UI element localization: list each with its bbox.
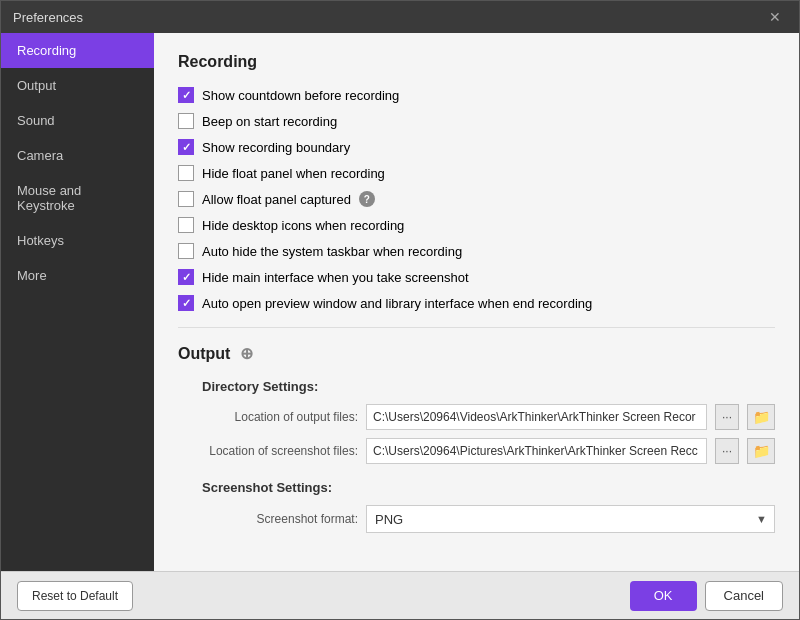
checkbox-label-9: Auto open preview window and library int… — [202, 296, 592, 311]
output-title: Output ⊕ — [178, 344, 775, 363]
preferences-window: Preferences ✕ Recording Output Sound Cam… — [0, 0, 800, 620]
output-path-label: Location of output files: — [178, 410, 358, 424]
sidebar-item-output[interactable]: Output — [1, 68, 154, 103]
sidebar-item-hotkeys[interactable]: Hotkeys — [1, 223, 154, 258]
checkbox-row-7: Auto hide the system taskbar when record… — [178, 243, 775, 259]
window-title: Preferences — [13, 10, 83, 25]
sidebar-item-mouse-keystroke[interactable]: Mouse and Keystroke — [1, 173, 154, 223]
output-path-value[interactable]: C:\Users\20964\Videos\ArkThinker\ArkThin… — [366, 404, 707, 430]
checkbox-3[interactable] — [178, 139, 194, 155]
checkbox-4[interactable] — [178, 165, 194, 181]
format-label: Screenshot format: — [178, 512, 358, 526]
screenshot-settings-title: Screenshot Settings: — [202, 480, 775, 495]
checkbox-row-8: Hide main interface when you take screen… — [178, 269, 775, 285]
sidebar-item-camera[interactable]: Camera — [1, 138, 154, 173]
checkbox-row-3: Show recording boundary — [178, 139, 775, 155]
ok-button[interactable]: OK — [630, 581, 697, 611]
checkbox-label-5: Allow float panel captured — [202, 192, 351, 207]
divider — [178, 327, 775, 328]
screenshot-settings: Screenshot Settings: Screenshot format: … — [178, 480, 775, 533]
move-icon: ⊕ — [240, 344, 253, 363]
format-select[interactable]: PNG JPG BMP GIF — [366, 505, 775, 533]
checkbox-row-6: Hide desktop icons when recording — [178, 217, 775, 233]
checkbox-label-3: Show recording boundary — [202, 140, 350, 155]
output-section: Output ⊕ Directory Settings: Location of… — [178, 344, 775, 533]
main-panel: Recording Show countdown before recordin… — [154, 33, 799, 571]
screenshot-path-folder-button[interactable]: 📁 — [747, 438, 775, 464]
checkbox-row-5: Allow float panel captured ? — [178, 191, 775, 207]
help-icon[interactable]: ? — [359, 191, 375, 207]
right-buttons: OK Cancel — [630, 581, 783, 611]
format-select-wrapper[interactable]: PNG JPG BMP GIF ▼ — [366, 505, 775, 533]
checkbox-label-7: Auto hide the system taskbar when record… — [202, 244, 462, 259]
screenshot-path-dots-button[interactable]: ··· — [715, 438, 739, 464]
checkbox-5[interactable] — [178, 191, 194, 207]
sidebar: Recording Output Sound Camera Mouse and … — [1, 33, 154, 571]
checkbox-row-4: Hide float panel when recording — [178, 165, 775, 181]
sidebar-item-more[interactable]: More — [1, 258, 154, 293]
close-button[interactable]: ✕ — [763, 7, 787, 27]
checkbox-row-9: Auto open preview window and library int… — [178, 295, 775, 311]
directory-settings-title: Directory Settings: — [202, 379, 775, 394]
checkbox-row-2: Beep on start recording — [178, 113, 775, 129]
output-path-dots-button[interactable]: ··· — [715, 404, 739, 430]
recording-title: Recording — [178, 53, 775, 71]
title-bar: Preferences ✕ — [1, 1, 799, 33]
checkbox-9[interactable] — [178, 295, 194, 311]
bottom-bar: Reset to Default OK Cancel — [1, 571, 799, 619]
checkbox-row-1: Show countdown before recording — [178, 87, 775, 103]
sidebar-item-recording[interactable]: Recording — [1, 33, 154, 68]
checkbox-6[interactable] — [178, 217, 194, 233]
sidebar-item-sound[interactable]: Sound — [1, 103, 154, 138]
checkbox-label-6: Hide desktop icons when recording — [202, 218, 404, 233]
checkbox-8[interactable] — [178, 269, 194, 285]
checkbox-label-1: Show countdown before recording — [202, 88, 399, 103]
checkbox-label-4: Hide float panel when recording — [202, 166, 385, 181]
checkbox-label-8: Hide main interface when you take screen… — [202, 270, 469, 285]
checkbox-1[interactable] — [178, 87, 194, 103]
format-row: Screenshot format: PNG JPG BMP GIF ▼ — [178, 505, 775, 533]
folder-icon: 📁 — [753, 409, 770, 425]
recording-section: Recording Show countdown before recordin… — [178, 53, 775, 311]
content-area: Recording Output Sound Camera Mouse and … — [1, 33, 799, 571]
checkbox-7[interactable] — [178, 243, 194, 259]
output-path-folder-button[interactable]: 📁 — [747, 404, 775, 430]
folder-icon-2: 📁 — [753, 443, 770, 459]
screenshot-path-row: Location of screenshot files: C:\Users\2… — [178, 438, 775, 464]
checkbox-label-2: Beep on start recording — [202, 114, 337, 129]
checkbox-2[interactable] — [178, 113, 194, 129]
cancel-button[interactable]: Cancel — [705, 581, 783, 611]
screenshot-path-value[interactable]: C:\Users\20964\Pictures\ArkThinker\ArkTh… — [366, 438, 707, 464]
output-path-row: Location of output files: C:\Users\20964… — [178, 404, 775, 430]
screenshot-path-label: Location of screenshot files: — [178, 444, 358, 458]
reset-button[interactable]: Reset to Default — [17, 581, 133, 611]
